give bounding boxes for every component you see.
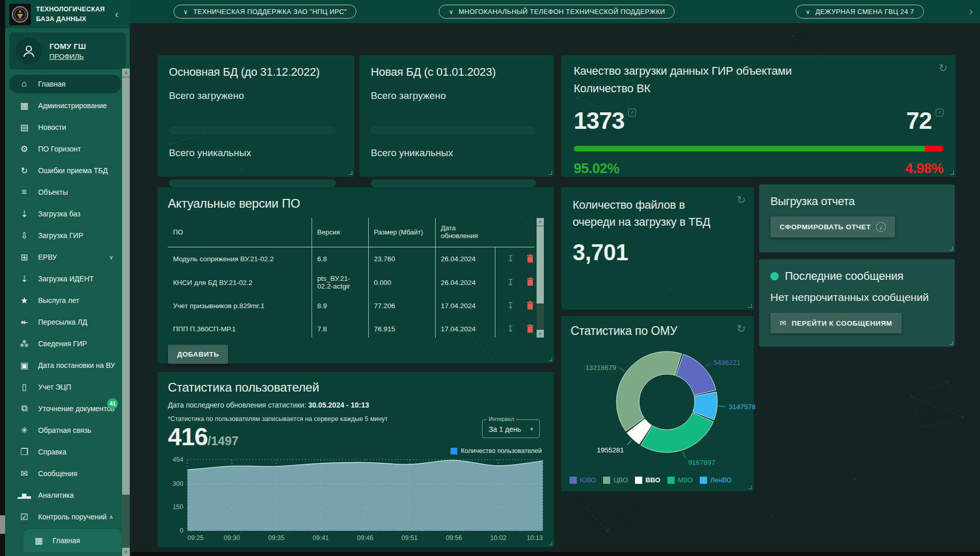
table-cell: ППП П.360СП-МР.1 bbox=[168, 317, 312, 338]
document-gear-icon: ⚙ bbox=[18, 144, 31, 155]
delete-icon[interactable] bbox=[526, 277, 534, 288]
download-icon[interactable]: ↧ bbox=[507, 301, 514, 310]
sidebar-item-tbd-errors[interactable]: ↻Ошибки приема ТБД bbox=[9, 161, 122, 180]
ok-bar-segment bbox=[574, 146, 925, 151]
delete-icon[interactable] bbox=[526, 324, 534, 334]
refresh-icon[interactable]: ↻ bbox=[736, 323, 746, 334]
phone-pill-label: МНОГОКАНАЛЬНЫЙ ТЕЛЕФОН ТЕХНИЧЕСКОЙ ПОДДЕ… bbox=[459, 8, 665, 15]
unique-label: Всего уникальных bbox=[371, 147, 543, 159]
profile-card: ГОМУ ГШ ПРОФИЛЬ bbox=[9, 32, 126, 70]
interval-select[interactable]: Интервал За 1 день ▼ bbox=[482, 419, 540, 438]
donut-label-connector bbox=[706, 362, 711, 367]
scrollbar-thumb[interactable] bbox=[537, 226, 544, 304]
recent-messages-card: Последние сообщения Нет непрочитанных со… bbox=[759, 259, 955, 347]
scrollbar-thumb[interactable] bbox=[122, 77, 130, 495]
legend-label: МВО bbox=[678, 476, 693, 484]
sidebar-scrollbar[interactable]: ∧ ∨ bbox=[122, 69, 130, 556]
files-queue-count: 3,701 bbox=[573, 240, 743, 265]
header-next-icon[interactable]: › bbox=[969, 6, 973, 18]
donut-label-connector bbox=[683, 451, 685, 458]
download-icon[interactable]: ↧ bbox=[507, 278, 514, 287]
mail-icon: ✉ bbox=[780, 318, 786, 328]
sidebar-item-label: Пересылка ЛД bbox=[38, 318, 116, 326]
table-cell: Учет призывников р.829mr.1 bbox=[168, 294, 312, 317]
chevron-down-icon: ∨ bbox=[805, 8, 810, 15]
omu-title: Статистика по ОМУ bbox=[571, 324, 745, 338]
window-edge bbox=[0, 0, 5, 556]
delete-icon[interactable] bbox=[526, 254, 534, 264]
sidebar-item-doc-clarify[interactable]: ⧉Уточнение документов41 bbox=[9, 399, 122, 418]
sidebar-item-service-years[interactable]: ★Выслуга лет bbox=[9, 291, 122, 310]
sidebar-item-news[interactable]: ▤Новости bbox=[9, 118, 122, 137]
download-tray-icon: ⇩ bbox=[18, 230, 31, 241]
sidebar-item-feedback[interactable]: ✳Обратная связь bbox=[9, 421, 122, 440]
vk-count-label: Количество ВК bbox=[574, 82, 943, 95]
table-row: Учет призывников р.829mr.18.977.20617.04… bbox=[168, 294, 535, 317]
sidebar-item-po-gorizont[interactable]: ⚙ПО Горизонт bbox=[9, 140, 122, 158]
duty-shift-pill[interactable]: ∨ ДЕЖУРНАЯ СМЕНА ГВЦ 24 7 bbox=[796, 5, 924, 19]
scroll-down-icon[interactable]: ∨ bbox=[537, 330, 544, 338]
chevron-down-icon: ∨ bbox=[449, 8, 453, 15]
sidebar-item-home[interactable]: ⌂Главная bbox=[9, 75, 122, 93]
sidebar-item-load-db[interactable]: ⇣Загрузка баз bbox=[9, 205, 122, 223]
external-link-icon[interactable]: ↗ bbox=[936, 109, 943, 116]
delete-icon[interactable] bbox=[526, 301, 534, 311]
support-pill[interactable]: ∨ ТЕХНИЧЕСКАЯ ПОДДЕРЖКА ЗАО "НПЦ ИРС" bbox=[174, 5, 356, 19]
download-icon[interactable]: ↧ bbox=[507, 255, 514, 263]
donut-segment-МВО[interactable] bbox=[641, 413, 714, 452]
omu-stats-card: Статистика по ОМУ ↻ 54362213147578916769… bbox=[561, 316, 754, 491]
sidebar-item-control-home[interactable]: ▦Главная bbox=[24, 529, 122, 552]
sidebar-item-vu-date[interactable]: ▣Дата постановки на ВУ bbox=[9, 356, 122, 375]
download-icon[interactable]: ↧ bbox=[507, 325, 514, 333]
sidebar-item-messages[interactable]: ✉Сообщения bbox=[9, 464, 122, 483]
donut-segment-ЦВО[interactable] bbox=[616, 351, 681, 431]
area-series bbox=[187, 460, 543, 531]
sidebar-item-admin[interactable]: ▦Администрирование bbox=[9, 96, 122, 115]
sidebar-item-ecp[interactable]: ▯Учет ЭЦП bbox=[9, 378, 122, 396]
sidebar-item-analytics[interactable]: ▂▆▃Аналитика bbox=[9, 486, 122, 504]
loading-placeholder bbox=[371, 126, 536, 134]
loaded-label: Всего загружено bbox=[169, 90, 343, 102]
sidebar-item-load-gir[interactable]: ⇩Загрузка ГИР bbox=[9, 226, 122, 245]
refresh-icon[interactable]: ↻ bbox=[938, 62, 948, 73]
download-circle-icon: ↓ bbox=[876, 222, 886, 232]
scroll-down-icon[interactable]: ∨ bbox=[122, 548, 130, 556]
sidebar-item-ervu[interactable]: ⊞ЕРВУ∨ bbox=[9, 248, 122, 266]
table-scrollbar[interactable]: ∧ ∨ bbox=[537, 218, 544, 338]
software-versions-card: Актуальные версии ПО ПО Версия Размер (М… bbox=[158, 187, 554, 363]
status-dot-icon bbox=[770, 272, 779, 280]
table-row: Модуль сопряжения ВУ.21-02.26.823.76026.… bbox=[168, 247, 535, 271]
folder-icon: ❐ bbox=[18, 447, 31, 458]
bar-chart-icon: ▂▆▃ bbox=[18, 492, 31, 499]
phone-pill[interactable]: ∨ МНОГОКАНАЛЬНЫЙ ТЕЛЕФОН ТЕХНИЧЕСКОЙ ПОД… bbox=[439, 5, 675, 19]
table-cell: Модуль сопряжения ВУ.21-02.2 bbox=[168, 247, 312, 271]
x-axis-tick: 09:30 bbox=[224, 534, 240, 542]
gir-quality-card: Качество загрузки данных ГИР объектами К… bbox=[561, 55, 956, 177]
sidebar-item-label: Загрузка ГИР bbox=[38, 231, 116, 240]
add-button[interactable]: ДОБАВИТЬ bbox=[168, 345, 228, 364]
legend-color-swatch bbox=[570, 477, 577, 484]
sidebar-item-load-ident[interactable]: ⇣Загрузка ИДЕНТ bbox=[9, 269, 122, 288]
legend-item-ВВО: ВВО bbox=[635, 476, 660, 484]
stats-updated-value: 30.05.2024 - 10:13 bbox=[308, 401, 369, 409]
sidebar-item-forward-ld[interactable]: ↞Пересылка ЛД bbox=[9, 313, 122, 331]
sidebar-item-objects[interactable]: ≡Объекты bbox=[9, 183, 122, 201]
scroll-up-icon[interactable]: ∧ bbox=[122, 69, 130, 77]
profile-link[interactable]: ПРОФИЛЬ bbox=[49, 53, 84, 60]
sidebar-item-gir-info[interactable]: ⁂Сведения ГИР bbox=[9, 334, 122, 353]
interval-select-value: За 1 день bbox=[489, 425, 521, 433]
sidebar-item-label: Учет ЭЦП bbox=[38, 383, 116, 391]
home-icon: ⌂ bbox=[18, 79, 31, 89]
sidebar-item-control[interactable]: ☑Контроль поручений∧ bbox=[9, 508, 122, 526]
sidebar-item-help[interactable]: ❐Справка bbox=[9, 443, 122, 461]
generate-report-button[interactable]: СФОРМИРОВАТЬ ОТЧЕТ ↓ bbox=[770, 216, 895, 238]
sidebar-collapse-icon[interactable]: ‹ bbox=[115, 8, 118, 20]
refresh-icon[interactable]: ↻ bbox=[736, 194, 746, 205]
users-area-chart: 015030045409:2509:3009:3509:4109:4609:51… bbox=[168, 456, 546, 542]
external-link-icon[interactable]: ↗ bbox=[628, 109, 636, 116]
legend-label: ЛенВО bbox=[710, 476, 731, 484]
scroll-up-icon[interactable]: ∧ bbox=[537, 218, 544, 226]
go-to-messages-button[interactable]: ✉ ПЕРЕЙТИ К СООБЩЕНИЯМ bbox=[770, 313, 902, 333]
table-cell: 26.04.2024 bbox=[436, 251, 495, 267]
donut-segment-ЮВО[interactable] bbox=[676, 354, 716, 395]
